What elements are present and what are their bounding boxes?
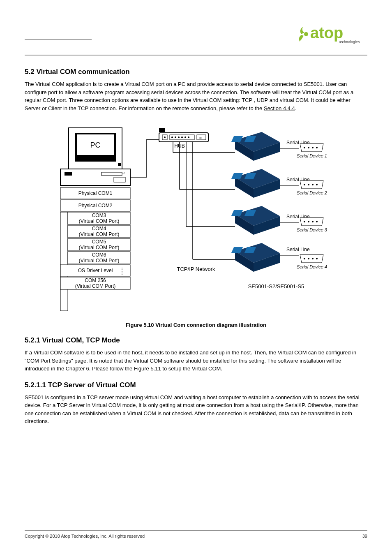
subsection-heading-2: 5.2.1.1 TCP Server of Virtual COM [25,381,367,389]
svg-point-43 [184,136,186,138]
virtual-com-diagram: PC □: Physical COM1 Physical COM2 COM3 (… [52,120,340,317]
svg-text:∞: ∞ [199,136,202,140]
svg-point-71 [308,147,309,148]
svg-text:□:: □: [122,171,125,175]
svg-text:Serial Line: Serial Line [286,247,310,252]
svg-text:Physical COM1: Physical COM1 [78,190,113,196]
svg-text:Serial Device 3: Serial Device 3 [297,227,327,232]
svg-text:(Virtual COM Port): (Virtual COM Port) [79,218,119,224]
svg-rect-7 [65,172,72,176]
svg-point-0 [304,32,308,36]
svg-text:SE5001-S2/SE5001-S5: SE5001-S2/SE5001-S5 [248,283,304,289]
svg-point-73 [316,147,318,148]
svg-point-40 [175,136,176,138]
svg-rect-5 [118,163,121,166]
svg-text:Serial Device 4: Serial Device 4 [297,264,327,269]
svg-point-37 [164,136,166,138]
brand-logo: atop Technologies [295,23,367,46]
svg-text:Serial Device 1: Serial Device 1 [297,153,327,158]
svg-text:COM5: COM5 [92,239,106,245]
footer-copyright: Copyright © 2010 Atop Technologies, Inc.… [25,534,145,539]
svg-text:COM 256: COM 256 [85,278,106,283]
svg-text:(Virtual COM Port): (Virtual COM Port) [79,258,119,264]
svg-text:(Virtual COM Port): (Virtual COM Port) [79,245,119,250]
svg-rect-9 [114,177,125,182]
subsection1-text: If a Virtual COM software is to be used … [25,349,367,373]
section-intro-paragraph: The Virtual COM application is to create… [25,80,367,112]
brand-tagline: Technologies [338,40,360,44]
section-heading: 5.2 Virtual COM communication [25,68,367,76]
svg-text:OS Driver Level: OS Driver Level [78,268,113,273]
figure-caption: Figure 5.10 Virtual Com connection diagr… [25,322,367,328]
svg-text:PC: PC [90,141,100,149]
svg-text:COM3: COM3 [92,213,106,218]
svg-point-44 [188,136,189,138]
page-number: 39 [362,534,367,539]
svg-rect-8 [101,172,122,176]
svg-rect-34 [159,128,165,132]
brand-name: atop [310,24,343,42]
svg-text:COM4: COM4 [92,226,106,231]
svg-text:(Virtual COM Port): (Virtual COM Port) [75,283,115,289]
svg-rect-15 [60,212,68,311]
svg-point-70 [304,147,305,148]
svg-text:TCP/IP Network: TCP/IP Network [177,266,215,272]
svg-point-42 [181,136,183,138]
svg-text:COM6: COM6 [92,252,106,258]
svg-point-39 [171,136,173,138]
svg-point-72 [312,147,314,148]
svg-text:Physical COM2: Physical COM2 [78,203,113,208]
svg-point-41 [178,136,180,138]
subsection2-text: SE5001 is configured in a TCP server mod… [25,393,367,426]
subsection-heading-1: 5.2.1 Virtual COM, TCP Mode [25,336,367,345]
svg-text:Serial Device 2: Serial Device 2 [297,190,327,195]
svg-text:(Virtual COM Port): (Virtual COM Port) [79,231,119,237]
